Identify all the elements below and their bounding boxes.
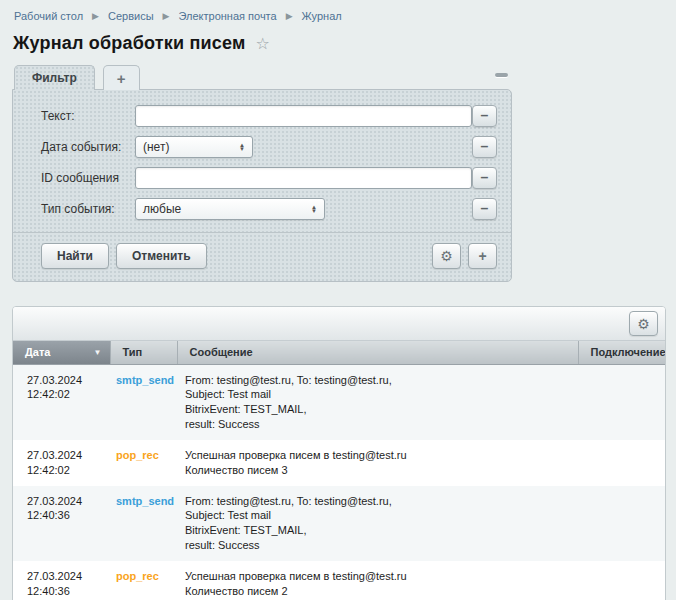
sort-desc-icon: ▼: [94, 348, 102, 357]
filter-row-text: Текст: –: [13, 105, 511, 127]
tab-filter[interactable]: Фильтр: [14, 65, 95, 90]
selected-value: (нет): [143, 140, 169, 154]
cell-connection: [578, 440, 666, 486]
cell-date: 27.03.202412:42:02: [13, 364, 110, 440]
breadcrumb-arrow-icon: ▶: [163, 11, 170, 21]
table-header-row: ▼ Дата Тип Сообщение Подключение: [13, 341, 666, 364]
breadcrumb-link[interactable]: Журнал: [302, 10, 342, 22]
field-label: Дата события:: [41, 140, 135, 154]
event-type-link[interactable]: pop_rec: [116, 570, 159, 582]
cell-date: 27.03.202412:40:36: [13, 486, 110, 561]
column-header-date[interactable]: ▼ Дата: [13, 341, 110, 364]
remove-field-button[interactable]: –: [472, 167, 497, 189]
breadcrumb-arrow-icon: ▶: [92, 11, 99, 21]
remove-field-button[interactable]: –: [472, 198, 497, 220]
table-row: 27.03.202412:40:36smtp_sendFrom: testing…: [13, 486, 666, 561]
grid-settings-gear-icon[interactable]: ⚙: [629, 311, 658, 336]
cell-connection: [578, 364, 666, 440]
text-field[interactable]: [135, 105, 472, 127]
filter-settings-gear-icon[interactable]: ⚙: [432, 243, 461, 269]
cell-connection: [578, 561, 666, 600]
selected-value: любые: [143, 202, 181, 216]
log-table-body: 27.03.202412:42:02smtp_sendFrom: testing…: [13, 364, 666, 600]
log-table: ▼ Дата Тип Сообщение Подключение 27.03.2…: [13, 341, 666, 600]
breadcrumb: Рабочий стол▶Сервисы▶Электронная почта▶Ж…: [0, 0, 676, 22]
filter-tabs: Фильтр +: [12, 64, 512, 90]
add-filter-tab-button[interactable]: +: [103, 65, 140, 90]
select-arrows-icon: ▲▼: [311, 205, 317, 213]
filter-panel: Текст: – Дата события: (нет) ▲▼ – ID соо…: [12, 89, 512, 282]
cancel-button[interactable]: Отменить: [116, 243, 207, 269]
collapse-filter-icon[interactable]: [495, 73, 508, 77]
grid-toolbar: ⚙: [13, 307, 665, 341]
find-button[interactable]: Найти: [41, 243, 109, 269]
table-row: 27.03.202412:42:02smtp_sendFrom: testing…: [13, 364, 666, 440]
breadcrumb-arrow-icon: ▶: [286, 11, 293, 21]
remove-field-button[interactable]: –: [472, 105, 497, 127]
event-date-select[interactable]: (нет) ▲▼: [135, 136, 253, 158]
cell-type: smtp_send: [110, 486, 177, 561]
cell-message: From: testing@test.ru, To: testing@test.…: [177, 486, 578, 561]
remove-field-button[interactable]: –: [472, 136, 497, 158]
field-label: Текст:: [41, 109, 135, 123]
event-type-link[interactable]: smtp_send: [116, 495, 174, 507]
cell-message: Успешная проверка писем в testing@test.r…: [177, 561, 578, 600]
column-header-message[interactable]: Сообщение: [177, 341, 578, 364]
event-type-link[interactable]: pop_rec: [116, 449, 159, 461]
cell-date: 27.03.202412:40:36: [13, 561, 110, 600]
cell-type: pop_rec: [110, 561, 177, 600]
filter-row-event-type: Тип события: любые ▲▼ –: [13, 198, 511, 220]
field-label: ID сообщения: [41, 171, 135, 185]
select-arrows-icon: ▲▼: [239, 143, 245, 151]
log-grid-panel: ⚙ ▼ Дата Тип Сообщение Подключение 27.03…: [12, 306, 666, 600]
favorite-star-icon[interactable]: ☆: [255, 34, 269, 53]
breadcrumb-link[interactable]: Сервисы: [108, 10, 154, 22]
table-row: 27.03.202412:42:02pop_recУспешная провер…: [13, 440, 666, 486]
filter-row-message-id: ID сообщения –: [13, 167, 511, 189]
table-row: 27.03.202412:40:36pop_recУспешная провер…: [13, 561, 666, 600]
page-title: Журнал обработки писем: [13, 33, 245, 54]
event-type-link[interactable]: smtp_send: [116, 374, 174, 386]
filter-footer: Найти Отменить ⚙ +: [13, 232, 511, 281]
cell-message: Успешная проверка писем в testing@test.r…: [177, 440, 578, 486]
cell-date: 27.03.202412:42:02: [13, 440, 110, 486]
event-type-select[interactable]: любые ▲▼: [135, 198, 325, 220]
breadcrumb-link[interactable]: Рабочий стол: [14, 10, 83, 22]
cell-message: From: testing@test.ru, To: testing@test.…: [177, 364, 578, 440]
column-header-connection[interactable]: Подключение: [578, 341, 666, 364]
message-id-field[interactable]: [135, 167, 472, 189]
filter-block: Фильтр + Текст: – Дата события: (нет) ▲▼…: [12, 64, 512, 282]
cell-connection: [578, 486, 666, 561]
column-header-type[interactable]: Тип: [110, 341, 177, 364]
add-field-button[interactable]: +: [468, 243, 497, 269]
page-header: Журнал обработки писем ☆: [0, 22, 676, 54]
cell-type: smtp_send: [110, 364, 177, 440]
filter-row-event-date: Дата события: (нет) ▲▼ –: [13, 136, 511, 158]
field-label: Тип события:: [41, 202, 135, 216]
breadcrumb-link[interactable]: Электронная почта: [178, 10, 276, 22]
cell-type: pop_rec: [110, 440, 177, 486]
